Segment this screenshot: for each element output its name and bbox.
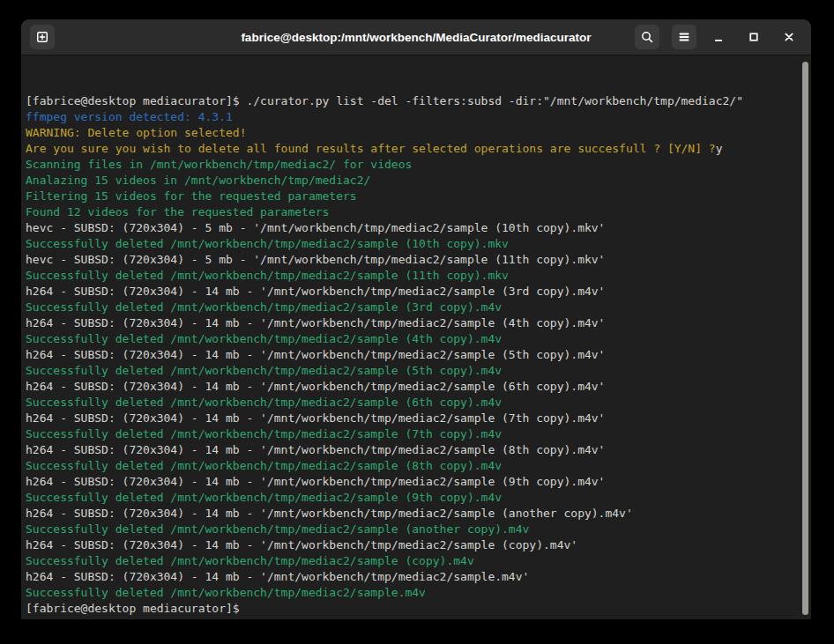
minimize-icon [711,30,726,44]
terminal-line: hevc - SUBSD: (720x304) - 5 mb - '/mnt/w… [26,252,797,268]
terminal-line: Successfully deleted /mnt/workbench/tmp/… [26,426,797,442]
maximize-icon [747,30,761,44]
terminal-line: h264 - SUBSD: (720x304) - 14 mb - '/mnt/… [26,506,797,522]
terminal-line: Successfully deleted /mnt/workbench/tmp/… [26,300,797,315]
hamburger-menu-icon [678,31,690,43]
scrollbar-thumb[interactable] [802,62,808,615]
search-button[interactable] [635,25,659,49]
terminal-line: h264 - SUBSD: (720x304) - 14 mb - '/mnt/… [26,315,797,331]
terminal-line: Scanning files in /mnt/workbench/tmp/med… [26,157,797,173]
titlebar-controls [635,25,799,49]
titlebar[interactable]: fabrice@desktop:/mnt/workbench/MediaCura… [21,19,811,56]
terminal-line: [fabrice@desktop mediacurator]$ [26,601,797,617]
terminal-line: Successfully deleted /mnt/workbench/tmp/… [26,522,797,537]
new-tab-icon [35,30,49,44]
terminal-line: Successfully deleted /mnt/workbench/tmp/… [26,331,797,347]
desktop-background: fabrice@desktop:/mnt/workbench/MediaCura… [0,0,834,644]
terminal-line: hevc - SUBSD: (720x304) - 5 mb - '/mnt/w… [26,220,797,236]
terminal-line: Analazing 15 videos in /mnt/workbench/tm… [26,173,797,189]
close-icon [782,30,796,44]
terminal-line: [fabrice@desktop mediacurator]$ ./curato… [26,93,797,109]
close-button[interactable] [779,25,799,49]
terminal-line: Found 12 videos for the requested parame… [26,204,797,220]
terminal-line: Successfully deleted /mnt/workbench/tmp/… [26,236,797,252]
terminal-lines: [fabrice@desktop mediacurator]$ ./curato… [26,93,797,617]
terminal-line: Successfully deleted /mnt/workbench/tmp/… [26,458,797,474]
search-icon [640,30,654,44]
terminal-line: WARNING: Delete option selected! [26,125,797,141]
terminal-line: Filtering 15 videos for the requested pa… [26,189,797,204]
terminal-line: h264 - SUBSD: (720x304) - 14 mb - '/mnt/… [26,411,797,426]
minimize-button[interactable] [709,25,728,49]
terminal-line: h264 - SUBSD: (720x304) - 14 mb - '/mnt/… [26,347,797,363]
terminal-output[interactable]: [fabrice@desktop mediacurator]$ ./curato… [21,56,811,619]
terminal-line: Successfully deleted /mnt/workbench/tmp/… [26,268,797,284]
terminal-line: Successfully deleted /mnt/workbench/tmp/… [26,585,797,601]
terminal-line: h264 - SUBSD: (720x304) - 14 mb - '/mnt/… [26,284,797,300]
new-tab-button[interactable] [30,25,55,49]
terminal-line: ffmpeg version detected: 4.3.1 [26,109,797,125]
terminal-line: h264 - SUBSD: (720x304) - 14 mb - '/mnt/… [26,442,797,458]
terminal-line: Successfully deleted /mnt/workbench/tmp/… [26,395,797,411]
terminal-line: Successfully deleted /mnt/workbench/tmp/… [26,363,797,379]
terminal-line: h264 - SUBSD: (720x304) - 14 mb - '/mnt/… [26,537,797,553]
terminal-line: Successfully deleted /mnt/workbench/tmp/… [26,553,797,569]
terminal-line: h264 - SUBSD: (720x304) - 14 mb - '/mnt/… [26,379,797,395]
terminal-line: h264 - SUBSD: (720x304) - 14 mb - '/mnt/… [26,474,797,490]
terminal-line: h264 - SUBSD: (720x304) - 14 mb - '/mnt/… [26,569,797,585]
maximize-button[interactable] [744,25,763,49]
terminal-window: fabrice@desktop:/mnt/workbench/MediaCura… [21,19,811,619]
menu-button[interactable] [672,25,696,49]
terminal-line: Are you sure you wish to delete all foun… [26,141,797,157]
terminal-line: Successfully deleted /mnt/workbench/tmp/… [26,490,797,506]
